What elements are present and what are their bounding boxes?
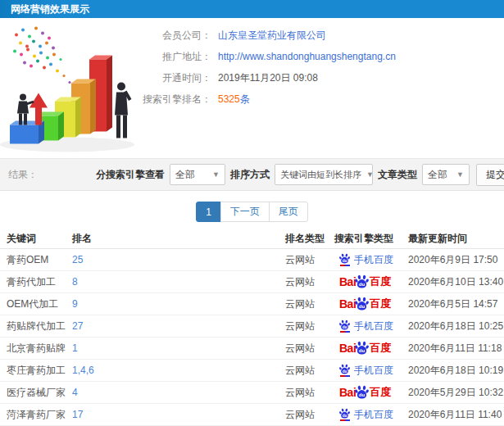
svg-text:du: du xyxy=(359,303,366,309)
info-row: 开通时间： 2019年11月20日 09:08 xyxy=(139,67,504,88)
info-label: 会员公司： xyxy=(139,29,211,43)
rank-link[interactable]: 27 xyxy=(72,320,83,332)
article-type-label: 文章类型 xyxy=(378,168,417,182)
page-title: 网络营销效果展示 xyxy=(11,3,89,15)
chevron-down-icon: ▼ xyxy=(366,170,374,179)
sort-value: 关键词由短到长排序 xyxy=(280,169,361,181)
keyword-cell: OEM代加工 xyxy=(7,297,72,311)
info-value[interactable]: http://www.shandonghuangshengtang.cn xyxy=(218,51,396,62)
pagination-area: 1 下一页 尾页 xyxy=(0,191,504,229)
baidu-paw-icon: du xyxy=(355,385,369,399)
table-row: 药贴牌代加工 27 云网站 Bai du 百度 xyxy=(0,315,504,338)
updated-cell: 2020年5月29日 10:32 xyxy=(408,386,504,400)
submit-button[interactable]: 提交 xyxy=(476,164,504,186)
article-type-select[interactable]: 全部 ▼ xyxy=(422,164,470,185)
table-row: OEM代加工 9 云网站 Bai du 百度 xyxy=(0,293,504,315)
marketing-growth-illustration xyxy=(0,21,139,156)
engine-filter-value: 全部 xyxy=(175,168,195,182)
rank-link[interactable]: 17 xyxy=(72,409,83,420)
rank-type-cell: 云网站 xyxy=(285,364,334,378)
mobile-baidu-badge[interactable]: du 手机百度 xyxy=(339,253,393,267)
sort-select[interactable]: 关键词由短到长排序 ▼ xyxy=(275,164,373,185)
keyword-cell: 枣庄膏药加工 xyxy=(7,364,72,378)
svg-text:du: du xyxy=(359,392,366,397)
svg-text:du: du xyxy=(359,281,366,287)
rank-link[interactable]: 4 xyxy=(72,387,78,398)
baidu-paw-icon: du xyxy=(355,341,369,355)
table-header-row: 关键词排名排名类型搜索引擎类型最新更新时间 xyxy=(0,229,504,249)
table-row: 枣庄膏药加工 1,4,6 云网站 Bai du 百度 xyxy=(0,360,504,382)
mobile-baidu-badge[interactable]: du 手机百度 xyxy=(339,364,393,378)
table-row: 膏药代加工 8 云网站 Bai du 百度 xyxy=(0,271,504,293)
info-label: 推广地址： xyxy=(139,50,211,64)
mobile-baidu-paw-icon: du xyxy=(339,320,350,333)
svg-text:du: du xyxy=(343,369,347,374)
mobile-baidu-badge[interactable]: du 手机百度 xyxy=(339,320,393,333)
baidu-logo-badge[interactable]: Bai du 百度 xyxy=(339,274,391,290)
updated-cell: 2020年6月18日 10:19 xyxy=(408,364,504,378)
table-body: 膏药OEM 25 云网站 Bai du 百度 xyxy=(0,249,504,426)
keyword-cell: 医疗器械厂家 xyxy=(7,386,72,400)
rank-type-cell: 云网站 xyxy=(285,320,334,333)
info-row: 搜索引擎排名： 5325 条 xyxy=(139,88,504,110)
engine-cell: Bai du 百度 xyxy=(334,408,408,422)
chevron-down-icon: ▼ xyxy=(212,170,220,179)
info-value[interactable]: 山东皇圣堂药业有限公司 xyxy=(218,29,326,43)
sort-label: 排序方式 xyxy=(230,168,270,182)
table-header-cell: 搜索引擎类型 xyxy=(334,232,408,246)
rank-link[interactable]: 1,4,6 xyxy=(72,365,94,376)
updated-cell: 2020年6月11日 11:18 xyxy=(408,342,504,356)
window-titlebar: 网络营销效果展示 xyxy=(0,0,504,18)
baidu-underline xyxy=(340,265,350,266)
engine-cell: Bai du 百度 xyxy=(334,385,408,401)
engine-cell: Bai du 百度 xyxy=(334,364,408,378)
baidu-paw-icon: du xyxy=(355,297,369,310)
table-header-cell: 排名 xyxy=(72,232,285,246)
engine-cell: Bai du 百度 xyxy=(334,297,408,312)
rank-type-cell: 云网站 xyxy=(285,297,334,311)
info-value: 5325 xyxy=(218,93,240,105)
rank-link[interactable]: 8 xyxy=(72,276,78,288)
mobile-baidu-paw-icon: du xyxy=(339,408,350,421)
table-header-cell: 排名类型 xyxy=(285,232,334,246)
last-page-button[interactable]: 尾页 xyxy=(269,202,308,222)
table-header-cell: 关键词 xyxy=(7,232,72,246)
rank-type-cell: 云网站 xyxy=(285,342,334,356)
info-label: 开通时间： xyxy=(139,71,211,85)
page-button-current[interactable]: 1 xyxy=(196,202,221,222)
rank-link[interactable]: 9 xyxy=(72,298,78,310)
baidu-underline xyxy=(340,419,350,421)
svg-text:du: du xyxy=(359,347,366,353)
info-suffix: 条 xyxy=(240,93,250,106)
rank-type-cell: 云网站 xyxy=(285,275,334,289)
baidu-logo-badge[interactable]: Bai du 百度 xyxy=(339,385,391,401)
baidu-logo-badge[interactable]: Bai du 百度 xyxy=(339,297,391,312)
table-row: 膏药OEM 25 云网站 Bai du 百度 xyxy=(0,249,504,271)
updated-cell: 2020年6月11日 11:40 xyxy=(408,408,504,422)
rank-type-cell: 云网站 xyxy=(285,408,334,422)
result-label: 结果： xyxy=(8,168,38,182)
next-page-button[interactable]: 下一页 xyxy=(220,202,270,222)
bar-chart-bars xyxy=(10,56,112,144)
updated-cell: 2020年6月18日 10:25 xyxy=(408,320,504,333)
svg-text:du: du xyxy=(343,414,347,418)
keyword-cell: 药贴牌代加工 xyxy=(7,320,72,333)
rank-link[interactable]: 1 xyxy=(72,342,78,354)
baidu-logo-badge[interactable]: Bai du 百度 xyxy=(339,341,391,356)
table-row: 菏泽膏药厂家 17 云网站 Bai du 百度 xyxy=(0,404,504,426)
keyword-cell: 膏药OEM xyxy=(7,253,72,267)
rank-type-cell: 云网站 xyxy=(285,386,334,400)
engine-filter-select[interactable]: 全部 ▼ xyxy=(170,164,225,185)
engine-cell: Bai du 百度 xyxy=(334,320,408,333)
mobile-baidu-paw-icon: du xyxy=(339,253,350,266)
chevron-down-icon: ▼ xyxy=(456,170,464,179)
engine-filter-label: 分搜索引擎查看 xyxy=(96,168,165,182)
engine-cell: Bai du 百度 xyxy=(334,341,408,356)
svg-text:du: du xyxy=(343,325,347,329)
keyword-ranking-table: 关键词排名排名类型搜索引擎类型最新更新时间 膏药OEM 25 云网站 Bai d… xyxy=(0,229,504,426)
businessman-right xyxy=(115,83,131,138)
info-row: 会员公司： 山东皇圣堂药业有限公司 xyxy=(139,25,504,46)
mobile-baidu-badge[interactable]: du 手机百度 xyxy=(339,408,393,422)
account-info-list: 会员公司： 山东皇圣堂药业有限公司 推广地址： http://www.shand… xyxy=(139,18,504,158)
rank-link[interactable]: 25 xyxy=(72,254,83,265)
